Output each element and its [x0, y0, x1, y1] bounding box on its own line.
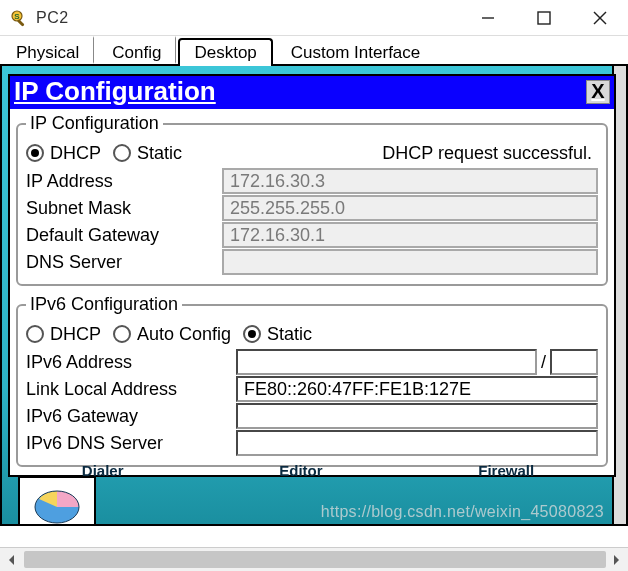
- subnet-mask-input: [222, 195, 598, 221]
- subnet-mask-label: Subnet Mask: [26, 198, 222, 219]
- radio-icon: [26, 144, 44, 162]
- ipv6-radio-static[interactable]: Static: [243, 324, 312, 345]
- scroll-right-button[interactable]: [604, 548, 628, 571]
- ipv6-gateway-input[interactable]: [236, 403, 598, 429]
- ipv4-radio-dhcp-label: DHCP: [50, 143, 101, 164]
- scroll-handle[interactable]: [24, 551, 606, 568]
- ipv6-radio-static-label: Static: [267, 324, 312, 345]
- ipv6-gateway-label: IPv6 Gateway: [26, 406, 236, 427]
- radio-icon: [243, 325, 261, 343]
- dialog-close-button[interactable]: X: [586, 80, 610, 104]
- radio-icon: [113, 144, 131, 162]
- desktop-thumbnail-strip: Dialer Editor Firewall: [4, 462, 612, 524]
- ipv6-prefix-input[interactable]: [550, 349, 598, 375]
- ip-address-label: IP Address: [26, 171, 222, 192]
- ipv6-radio-auto[interactable]: Auto Config: [113, 324, 231, 345]
- default-gateway-label: Default Gateway: [26, 225, 222, 246]
- thumb-label-editor: Editor: [279, 462, 322, 479]
- window-titlebar: S PC2: [0, 0, 628, 36]
- svg-text:S: S: [14, 12, 20, 21]
- link-local-input[interactable]: [236, 376, 598, 402]
- maximize-button[interactable]: [516, 0, 572, 36]
- horizontal-scrollbar[interactable]: [0, 547, 628, 571]
- tab-physical[interactable]: Physical: [0, 36, 94, 64]
- ip-configuration-dialog: IP Configuration X IP Configuration DHCP…: [8, 74, 616, 477]
- svg-rect-4: [538, 12, 550, 24]
- tab-desktop[interactable]: Desktop: [178, 38, 272, 66]
- ipv4-radio-dhcp[interactable]: DHCP: [26, 143, 101, 164]
- desktop-app-thumbnail[interactable]: [18, 476, 96, 524]
- desktop-body: IP Configuration X IP Configuration DHCP…: [0, 66, 628, 526]
- link-local-label: Link Local Address: [26, 379, 236, 400]
- ipv6-dns-label: IPv6 DNS Server: [26, 433, 236, 454]
- dialog-title: IP Configuration: [14, 76, 586, 107]
- ipv6-legend: IPv6 Configuration: [26, 294, 182, 315]
- radio-icon: [26, 325, 44, 343]
- ipv6-address-input[interactable]: [236, 349, 537, 375]
- close-button[interactable]: [572, 0, 628, 36]
- tab-custom-interface[interactable]: Custom Interface: [275, 36, 435, 64]
- default-gateway-input: [222, 222, 598, 248]
- minimize-button[interactable]: [460, 0, 516, 36]
- dns-server-label: DNS Server: [26, 252, 222, 273]
- ipv6-dns-input[interactable]: [236, 430, 598, 456]
- ipv6-group: IPv6 Configuration DHCP Auto Config Stat…: [16, 294, 608, 467]
- dns-server-input: [222, 249, 598, 275]
- radio-icon: [113, 325, 131, 343]
- tab-config[interactable]: Config: [96, 36, 176, 64]
- dhcp-status-text: DHCP request successful.: [382, 143, 598, 164]
- ipv6-address-label: IPv6 Address: [26, 352, 236, 373]
- window-title: PC2: [36, 9, 69, 27]
- ipv4-group: IP Configuration DHCP Static DHCP reques…: [16, 113, 608, 286]
- ipv6-radio-dhcp[interactable]: DHCP: [26, 324, 101, 345]
- ipv6-radio-dhcp-label: DHCP: [50, 324, 101, 345]
- dialog-titlebar: IP Configuration X: [10, 76, 614, 109]
- ipv4-legend: IP Configuration: [26, 113, 163, 134]
- thumb-label-firewall: Firewall: [478, 462, 534, 479]
- tab-bar: Physical Config Desktop Custom Interface: [0, 36, 628, 66]
- app-icon: S: [8, 8, 28, 28]
- ip-address-input: [222, 168, 598, 194]
- ipv6-prefix-slash: /: [539, 352, 548, 373]
- scroll-track[interactable]: [24, 548, 604, 571]
- pie-chart-icon: [31, 481, 83, 524]
- ipv4-radio-static-label: Static: [137, 143, 182, 164]
- ipv4-radio-static[interactable]: Static: [113, 143, 182, 164]
- ipv6-radio-auto-label: Auto Config: [137, 324, 231, 345]
- scroll-left-button[interactable]: [0, 548, 24, 571]
